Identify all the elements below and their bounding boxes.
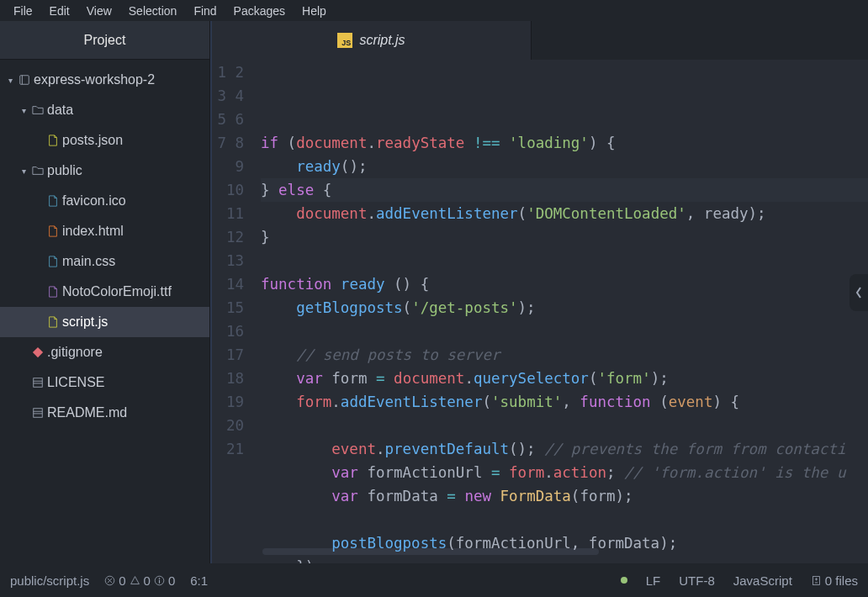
ico-icon bbox=[44, 195, 62, 207]
tree-item-index-html[interactable]: index.html bbox=[0, 216, 209, 246]
tree-item-label: LICENSE bbox=[47, 375, 104, 390]
info-icon bbox=[154, 575, 165, 586]
menu-packages[interactable]: Packages bbox=[225, 1, 294, 21]
menu-edit[interactable]: Edit bbox=[41, 1, 78, 21]
git-icon bbox=[29, 346, 47, 358]
tree-item-label: index.html bbox=[62, 224, 124, 239]
menu-view[interactable]: View bbox=[78, 1, 120, 21]
info-count: 0 bbox=[168, 573, 175, 588]
status-diagnostics[interactable]: 0 0 0 bbox=[104, 573, 175, 588]
status-language[interactable]: JavaScript bbox=[733, 573, 792, 588]
svg-rect-11 bbox=[159, 579, 160, 583]
menu-file[interactable]: File bbox=[5, 1, 41, 21]
svg-rect-2 bbox=[34, 378, 43, 388]
tree-item-script-js[interactable]: script.js bbox=[0, 307, 209, 337]
diff-icon bbox=[811, 575, 822, 586]
tree-item-label: public bbox=[47, 163, 82, 178]
statusbar: public/script.js 0 0 0 6:1 LF UTF-8 Java… bbox=[0, 563, 868, 597]
line-gutter: 1 2 3 4 5 6 7 8 9 10 11 12 13 14 15 16 1… bbox=[212, 60, 261, 563]
file-tree[interactable]: ▾express-workshop-2▾dataposts.json▾publi… bbox=[0, 60, 209, 428]
menu-selection[interactable]: Selection bbox=[120, 1, 186, 21]
status-encoding[interactable]: UTF-8 bbox=[679, 573, 715, 588]
tree-item-favicon-ico[interactable]: favicon.ico bbox=[0, 186, 209, 216]
menubar: FileEditViewSelectionFindPackagesHelp bbox=[0, 0, 868, 21]
status-git-files[interactable]: 0 files bbox=[811, 573, 858, 588]
status-eol[interactable]: LF bbox=[646, 573, 661, 588]
warning-icon bbox=[130, 575, 140, 586]
menu-help[interactable]: Help bbox=[294, 1, 335, 21]
tree-item-posts-json[interactable]: posts.json bbox=[0, 125, 209, 156]
font-icon bbox=[44, 286, 62, 298]
svg-point-10 bbox=[159, 578, 161, 579]
tree-item-notocoloremoji-ttf[interactable]: NotoColorEmoji.ttf bbox=[0, 277, 209, 307]
error-count: 0 bbox=[119, 573, 125, 588]
code-area[interactable]: 1 2 3 4 5 6 7 8 9 10 11 12 13 14 15 16 1… bbox=[212, 60, 868, 563]
tree-item-label: data bbox=[47, 103, 73, 118]
status-dot-icon bbox=[621, 577, 627, 584]
repo-icon bbox=[15, 74, 34, 86]
js-icon bbox=[44, 316, 62, 328]
tree-item-label: express-workshop-2 bbox=[34, 72, 155, 87]
json-icon bbox=[44, 135, 62, 146]
folder-icon bbox=[29, 165, 47, 177]
tree-item-label: posts.json bbox=[62, 133, 123, 148]
tree-item-label: main.css bbox=[62, 254, 115, 269]
sidebar: Project ▾express-workshop-2▾dataposts.js… bbox=[0, 21, 210, 563]
tree-item-public[interactable]: ▾public bbox=[0, 156, 209, 186]
tab-label: script.js bbox=[359, 33, 405, 48]
main-area: Project ▾express-workshop-2▾dataposts.js… bbox=[0, 21, 868, 563]
code-content[interactable]: if (document.readyState !== 'loading') {… bbox=[261, 60, 868, 563]
js-icon: JS bbox=[337, 33, 352, 48]
css-icon bbox=[44, 256, 62, 267]
tree-item-label: script.js bbox=[62, 314, 108, 330]
editor-pane: JS script.js 1 2 3 4 5 6 7 8 9 10 11 12 … bbox=[210, 21, 868, 563]
status-cursor[interactable]: 6:1 bbox=[190, 573, 208, 588]
tab-script-js[interactable]: JS script.js bbox=[212, 21, 532, 60]
book-icon bbox=[29, 407, 47, 419]
tree-item-main-css[interactable]: main.css bbox=[0, 246, 209, 277]
tree-item-express-workshop-2[interactable]: ▾express-workshop-2 bbox=[0, 65, 209, 95]
tree-item-license[interactable]: LICENSE bbox=[0, 367, 209, 398]
chevron-down-icon: ▾ bbox=[19, 166, 29, 176]
html-icon bbox=[44, 225, 62, 237]
sidebar-tab-project[interactable]: Project bbox=[0, 21, 209, 60]
book-icon bbox=[29, 377, 47, 388]
tree-item-label: NotoColorEmoji.ttf bbox=[62, 284, 172, 299]
tree-item-data[interactable]: ▾data bbox=[0, 95, 209, 125]
tree-item-label: README.md bbox=[47, 405, 127, 420]
error-icon bbox=[104, 575, 115, 586]
tree-item-label: favicon.ico bbox=[62, 193, 126, 209]
folder-icon bbox=[29, 104, 47, 116]
git-files-count: 0 files bbox=[825, 573, 858, 588]
tree-item--gitignore[interactable]: .gitignore bbox=[0, 337, 209, 367]
svg-rect-0 bbox=[20, 76, 29, 85]
tree-item-label: .gitignore bbox=[47, 345, 103, 360]
chevron-down-icon: ▾ bbox=[19, 106, 29, 115]
chevron-down-icon: ▾ bbox=[5, 76, 15, 85]
editor-tabs: JS script.js bbox=[212, 21, 868, 60]
warning-count: 0 bbox=[144, 573, 151, 588]
svg-rect-5 bbox=[34, 409, 43, 418]
menu-find[interactable]: Find bbox=[185, 1, 225, 21]
tree-item-readme-md[interactable]: README.md bbox=[0, 398, 209, 428]
status-filepath[interactable]: public/script.js bbox=[10, 573, 89, 588]
